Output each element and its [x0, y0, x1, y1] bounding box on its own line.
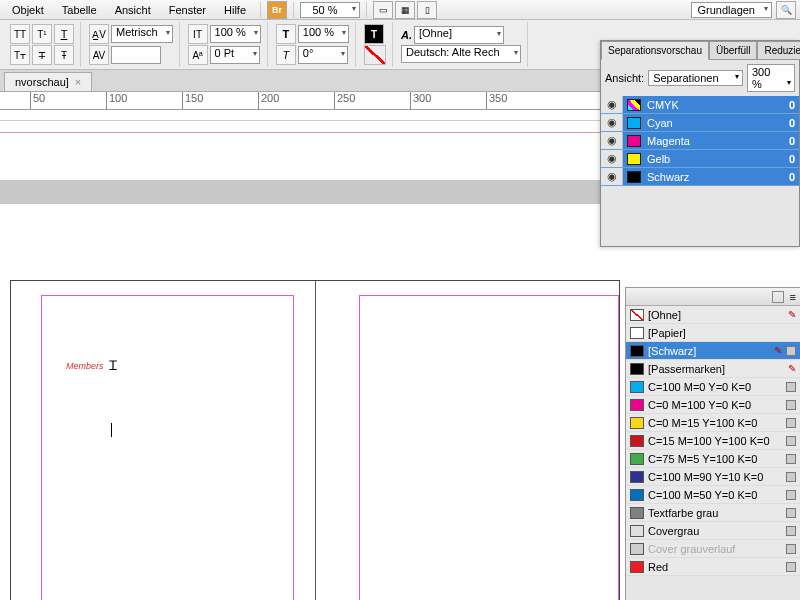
separation-list: ◉ CMYK 0◉ Cyan 0◉ Magenta 0◉ Gelb 0◉ Sch…	[601, 96, 799, 186]
swatch-row[interactable]: C=0 M=15 Y=100 K=0	[626, 414, 800, 432]
swatch-chip	[630, 399, 644, 411]
kerning-select[interactable]: Metrisch	[111, 25, 173, 43]
swatch-name: C=100 M=0 Y=0 K=0	[648, 381, 782, 393]
visibility-eye-icon[interactable]: ◉	[601, 96, 623, 113]
tab-separations[interactable]: Separationsvorschau	[601, 41, 709, 60]
swatch-row[interactable]: [Ohne]✎	[626, 306, 800, 324]
swatch-chip	[630, 543, 644, 555]
color-mode-icon	[786, 562, 796, 572]
separation-value: 0	[785, 99, 799, 111]
visibility-eye-icon[interactable]: ◉	[601, 168, 623, 185]
swatch-row[interactable]: C=100 M=0 Y=0 K=0	[626, 378, 800, 396]
color-mode-icon	[786, 508, 796, 518]
separation-row[interactable]: ◉ Cyan 0	[601, 114, 799, 132]
separation-value: 0	[785, 135, 799, 147]
color-mode-icon	[786, 382, 796, 392]
menu-ansicht[interactable]: Ansicht	[107, 2, 159, 18]
ligature-icon[interactable]: Ŧ	[54, 45, 74, 65]
bridge-button[interactable]: Br	[267, 1, 287, 19]
swatch-chip	[630, 471, 644, 483]
swatch-chip	[630, 525, 644, 537]
swatch-chip	[630, 345, 644, 357]
document-tab[interactable]: nvorschau] ×	[4, 72, 92, 91]
color-mode-icon	[786, 418, 796, 428]
stroke-none-icon[interactable]	[364, 45, 386, 65]
swatch-row[interactable]: [Schwarz]✎	[626, 342, 800, 360]
superscript-icon[interactable]: TT	[10, 24, 30, 44]
hscale-icon[interactable]: T	[276, 24, 296, 44]
skew-icon[interactable]: T	[276, 45, 296, 65]
menu-hilfe[interactable]: Hilfe	[216, 2, 254, 18]
arrange-icon[interactable]: ▯	[417, 1, 437, 19]
separation-row[interactable]: ◉ Gelb 0	[601, 150, 799, 168]
swatch-row[interactable]: Textfarbe grau	[626, 504, 800, 522]
swatch-name: Red	[648, 561, 782, 573]
ansicht-label: Ansicht:	[605, 72, 644, 84]
separation-value: 0	[785, 153, 799, 165]
workspace-dropdown[interactable]: Grundlagen	[691, 2, 773, 18]
color-mode-icon	[786, 346, 796, 356]
separation-row[interactable]: ◉ Magenta 0	[601, 132, 799, 150]
sep-zoom-select[interactable]: 300 %	[747, 64, 795, 92]
swatch-row[interactable]: C=15 M=100 Y=100 K=0	[626, 432, 800, 450]
view-options-icon[interactable]: ▦	[395, 1, 415, 19]
smallcaps-icon[interactable]: Tᴛ	[10, 45, 30, 65]
tab-trap[interactable]: Überfüll	[709, 41, 757, 60]
swatch-row[interactable]: Red	[626, 558, 800, 576]
hscale-input[interactable]: 100 %	[298, 25, 349, 43]
swatch-row[interactable]: [Passermarken]✎	[626, 360, 800, 378]
swatch-row[interactable]: [Papier]	[626, 324, 800, 342]
fill-icon[interactable]: T	[364, 24, 384, 44]
language-select[interactable]: Deutsch: Alte Rech	[401, 45, 521, 63]
strikethrough-icon[interactable]: T̶	[32, 45, 52, 65]
swatch-row[interactable]: C=100 M=50 Y=0 K=0	[626, 486, 800, 504]
vscale-input[interactable]: 100 %	[210, 25, 261, 43]
swatch-name: C=100 M=90 Y=10 K=0	[648, 471, 782, 483]
close-icon[interactable]: ×	[75, 76, 81, 88]
swatch-chip	[630, 453, 644, 465]
panel-menu-icon[interactable]: ≡	[790, 291, 796, 303]
color-chip	[627, 117, 641, 129]
baseline-icon[interactable]: Aª	[188, 45, 208, 65]
kerning-icon[interactable]: A̲V	[89, 24, 109, 44]
vscale-icon[interactable]: IT	[188, 24, 208, 44]
swatch-row[interactable]: Covergrau	[626, 522, 800, 540]
swatch-chip	[630, 363, 644, 375]
tracking-input[interactable]	[111, 46, 161, 64]
menu-fenster[interactable]: Fenster	[161, 2, 214, 18]
subscript-icon[interactable]: T¹	[32, 24, 52, 44]
text-caret	[111, 423, 112, 437]
color-chip	[627, 135, 641, 147]
margin-guide-left	[41, 295, 294, 600]
swatch-row[interactable]: C=75 M=5 Y=100 K=0	[626, 450, 800, 468]
text-frame-content[interactable]: Members	[66, 361, 104, 371]
zoom-dropdown[interactable]: 50 %	[300, 2, 360, 18]
charstyle-select[interactable]: [Ohne]	[414, 26, 504, 44]
swatch-row[interactable]: Cover grauverlauf	[626, 540, 800, 558]
swatch-row[interactable]: C=0 M=100 Y=0 K=0	[626, 396, 800, 414]
text-cursor-icon: Ꮖ	[109, 358, 118, 374]
search-icon[interactable]: 🔍	[776, 1, 796, 19]
screen-mode-icon[interactable]: ▭	[373, 1, 393, 19]
separation-row[interactable]: ◉ Schwarz 0	[601, 168, 799, 186]
color-mode-icon	[786, 454, 796, 464]
tracking-icon[interactable]: AV	[89, 45, 109, 65]
visibility-eye-icon[interactable]: ◉	[601, 114, 623, 131]
underline-icon[interactable]: T	[54, 24, 74, 44]
menu-objekt[interactable]: Objekt	[4, 2, 52, 18]
swatch-tint-icon[interactable]	[772, 291, 784, 303]
visibility-eye-icon[interactable]: ◉	[601, 132, 623, 149]
swatch-row[interactable]: C=100 M=90 Y=10 K=0	[626, 468, 800, 486]
visibility-eye-icon[interactable]: ◉	[601, 150, 623, 167]
tab-flatten[interactable]: Reduzie	[757, 41, 800, 60]
ansicht-select[interactable]: Separationen	[648, 70, 743, 86]
baseline-input[interactable]: 0 Pt	[210, 46, 260, 64]
swatches-panel: ≡ [Ohne]✎[Papier][Schwarz]✎[Passermarken…	[625, 287, 800, 600]
swatch-name: [Ohne]	[648, 309, 784, 321]
separation-row[interactable]: ◉ CMYK 0	[601, 96, 799, 114]
swatch-name: C=0 M=100 Y=0 K=0	[648, 399, 782, 411]
skew-input[interactable]: 0°	[298, 46, 348, 64]
color-mode-icon	[786, 490, 796, 500]
menu-tabelle[interactable]: Tabelle	[54, 2, 105, 18]
separation-value: 0	[785, 117, 799, 129]
